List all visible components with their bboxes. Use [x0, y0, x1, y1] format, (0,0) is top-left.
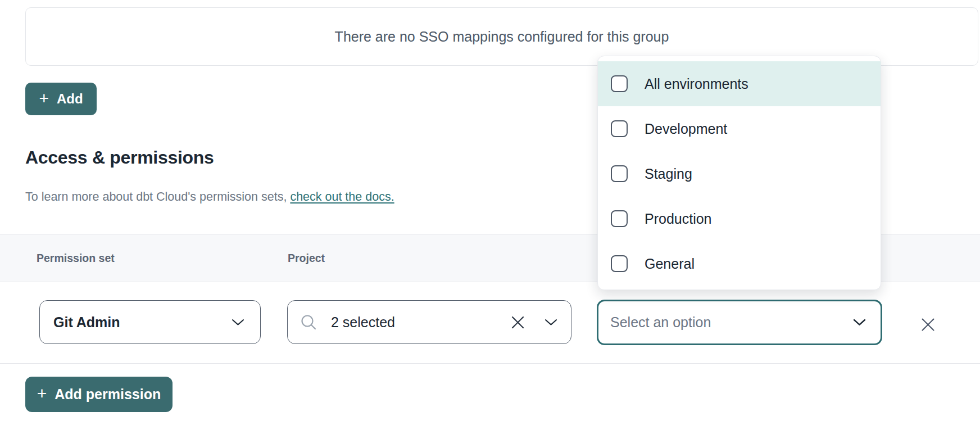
environment-select[interactable]: Select an option — [597, 300, 882, 345]
chevron-down-icon — [545, 319, 557, 326]
checkbox-unchecked[interactable] — [611, 165, 628, 182]
dropdown-option-general[interactable]: General — [598, 241, 881, 286]
permission-set-select[interactable]: Git Admin — [39, 300, 261, 344]
option-label: Staging — [645, 166, 692, 182]
add-permission-button[interactable]: + Add permission — [25, 377, 173, 412]
delete-row-icon[interactable] — [918, 315, 937, 334]
project-select[interactable]: 2 selected — [287, 300, 571, 344]
description-text: To learn more about dbt Cloud's permissi… — [25, 190, 290, 204]
plus-icon: + — [37, 385, 47, 402]
table-row: Git Admin 2 selected Select an option — [0, 282, 980, 364]
dropdown-option-staging[interactable]: Staging — [598, 151, 881, 196]
option-label: Production — [645, 211, 712, 227]
clear-selection-icon[interactable] — [510, 315, 525, 330]
docs-link[interactable]: check out the docs. — [290, 190, 394, 204]
plus-icon: + — [39, 90, 49, 107]
option-label: Development — [645, 121, 727, 137]
page-title: Access & permissions — [25, 147, 214, 168]
option-label: General — [645, 256, 695, 272]
project-select-value: 2 selected — [331, 314, 510, 331]
search-icon — [300, 314, 317, 331]
checkbox-unchecked[interactable] — [611, 75, 628, 92]
add-button-label: Add — [57, 91, 83, 107]
chevron-down-icon — [232, 319, 244, 326]
dropdown-option-all-environments[interactable]: All environments — [598, 61, 881, 106]
dropdown-option-development[interactable]: Development — [598, 106, 881, 151]
add-sso-mapping-button[interactable]: + Add — [25, 83, 97, 115]
checkbox-unchecked[interactable] — [611, 255, 628, 272]
sso-empty-message: There are no SSO mappings configured for… — [335, 29, 669, 45]
environment-dropdown-menu: All environments Development Staging Pro… — [597, 56, 881, 290]
environment-select-placeholder: Select an option — [610, 314, 853, 331]
checkbox-unchecked[interactable] — [611, 210, 628, 227]
chevron-down-icon — [853, 319, 866, 326]
add-permission-label: Add permission — [55, 386, 161, 403]
checkbox-unchecked[interactable] — [611, 120, 628, 137]
option-label: All environments — [645, 76, 748, 92]
section-description: To learn more about dbt Cloud's permissi… — [25, 190, 394, 204]
permission-set-value: Git Admin — [53, 314, 232, 331]
column-header-project: Project — [288, 252, 325, 265]
dropdown-option-production[interactable]: Production — [598, 196, 881, 241]
column-header-permission-set: Permission set — [37, 252, 115, 265]
